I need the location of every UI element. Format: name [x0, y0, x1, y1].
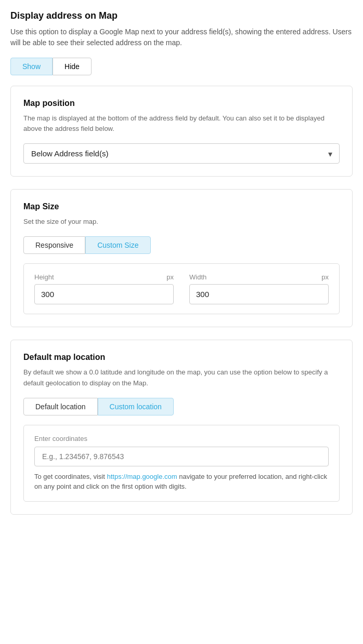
responsive-button[interactable]: Responsive	[23, 236, 85, 254]
page-title: Display address on Map	[10, 10, 353, 21]
map-position-select-wrapper: Below Address field(s) Above Address fie…	[23, 143, 340, 164]
height-label: Height	[34, 273, 54, 281]
visibility-toggle-group: Show Hide	[10, 58, 353, 75]
height-input[interactable]	[34, 284, 174, 304]
map-size-description: Set the size of your map.	[23, 217, 340, 227]
map-position-title: Map position	[23, 99, 340, 108]
width-field: Width px	[189, 273, 329, 304]
custom-location-button[interactable]: Custom location	[98, 398, 174, 415]
map-size-title: Map Size	[23, 202, 340, 211]
default-map-location-title: Default map location	[23, 353, 340, 362]
size-toggle-group: Responsive Custom Size	[23, 236, 340, 254]
size-inputs-card: Height px Width px	[23, 263, 340, 314]
default-map-location-section: Default map location By default we show …	[10, 340, 353, 514]
width-unit: px	[321, 273, 329, 281]
height-label-row: Height px	[34, 273, 174, 281]
coordinates-card: Enter coordinates To get coordinates, vi…	[23, 425, 340, 502]
map-size-section: Map Size Set the size of your map. Respo…	[10, 189, 353, 327]
width-label: Width	[189, 273, 206, 281]
page-description: Use this option to display a Google Map …	[10, 26, 353, 48]
map-position-select[interactable]: Below Address field(s) Above Address fie…	[23, 143, 340, 164]
location-toggle-group: Default location Custom location	[23, 398, 340, 415]
width-input[interactable]	[189, 284, 329, 304]
map-position-description: The map is displayed at the bottom of th…	[23, 113, 340, 134]
width-label-row: Width px	[189, 273, 329, 281]
height-unit: px	[166, 273, 174, 281]
coordinates-input[interactable]	[34, 447, 329, 466]
map-position-section: Map position The map is displayed at the…	[10, 86, 353, 177]
size-row: Height px Width px	[34, 273, 329, 304]
custom-size-button[interactable]: Custom Size	[85, 236, 150, 254]
coordinates-hint: To get coordinates, visit https://map.go…	[34, 472, 329, 492]
google-maps-link[interactable]: https://map.google.com	[107, 473, 177, 480]
coordinates-label: Enter coordinates	[34, 435, 329, 442]
hide-button[interactable]: Hide	[53, 58, 92, 75]
hint-prefix-text: To get coordinates, visit	[34, 473, 107, 480]
default-map-location-description: By default we show a 0.0 latitude and lo…	[23, 367, 340, 388]
height-field: Height px	[34, 273, 174, 304]
default-location-button[interactable]: Default location	[23, 398, 98, 415]
show-button[interactable]: Show	[10, 58, 53, 75]
